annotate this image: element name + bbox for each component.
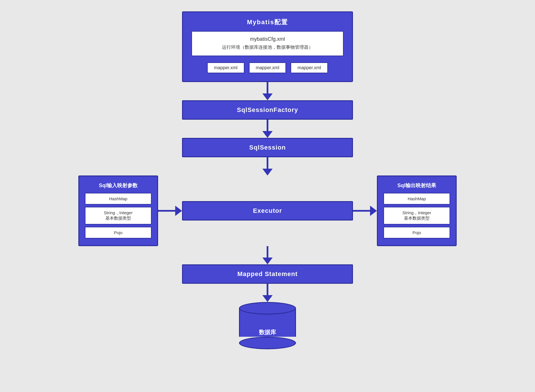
mapped-statement-label: Mapped Statement [237, 270, 298, 277]
output-panel-title: Sql输出映射结果 [397, 182, 436, 189]
arrow-line-5 [267, 284, 268, 295]
output-item-hashmap: HashMap [383, 193, 450, 205]
executor-row: Sql输入映射参数 HashMap String，Integer 基本数据类型 … [54, 175, 481, 246]
output-item2-line1: String，Integer [403, 210, 431, 215]
sql-session-box: SqlSession [182, 138, 353, 157]
mapper-box-3: mapper.xml [291, 62, 328, 73]
mybatis-title: Mybatis配置 [247, 18, 288, 26]
output-panel: Sql输出映射结果 HashMap String，Integer 基本数据类型 … [377, 175, 457, 246]
arrow-line-4 [267, 246, 268, 258]
database-container: 数据库 [239, 302, 296, 349]
arrow-executor-to-mapped [262, 246, 273, 264]
arrow-executor-to-output [353, 206, 377, 216]
sql-session-factory-label: SqlSessionFactory [237, 106, 298, 113]
arrow-mapped-to-db [262, 284, 273, 302]
arrow-factory-to-session [262, 120, 273, 138]
executor-box: Executor [182, 201, 353, 220]
center-col-bottom: Mapped Statement 数据库 [156, 246, 379, 349]
arrow-input-to-executor [158, 206, 182, 216]
input-item-string: String，Integer 基本数据类型 [85, 207, 152, 224]
arrow-head-4 [262, 258, 273, 264]
cfg-desc: 运行环境（数据库连接池，数据事物管理器） [222, 44, 313, 50]
executor-label: Executor [253, 207, 282, 214]
arrow-hhead-right [370, 206, 377, 216]
database-cylinder: 数据库 [239, 302, 296, 349]
mapper-box-1: mapper.xml [207, 62, 244, 73]
input-item2-line2: 基本数据类型 [105, 216, 131, 220]
input-item-pojo: Pojo [85, 227, 152, 238]
mybatis-config-box: Mybatis配置 mybatisCfg.xml 运行环境（数据库连接池，数据事… [182, 11, 353, 82]
canvas: Mybatis配置 mybatisCfg.xml 运行环境（数据库连接池，数据事… [0, 0, 535, 392]
mapper-row: mapper.xml mapper.xml mapper.xml [207, 62, 328, 73]
arrow-line-2 [267, 120, 268, 131]
arrow-head-2 [262, 131, 273, 138]
arrow-head-5 [262, 295, 273, 302]
arrow-head-1 [262, 93, 273, 100]
input-item2-line1: String，Integer [104, 210, 133, 215]
arrow-head-3 [262, 169, 273, 175]
output-item2-line2: 基本数据类型 [404, 216, 430, 220]
arrow-session-to-executor [262, 157, 273, 175]
input-item-hashmap: HashMap [85, 193, 152, 205]
arrow-mybatis-to-factory [262, 82, 273, 100]
output-item-pojo: Pojo [383, 227, 450, 238]
input-panel: Sql输入映射参数 HashMap String，Integer 基本数据类型 … [78, 175, 158, 246]
mapped-statement-box: Mapped Statement [182, 264, 353, 284]
arrow-hhead-left [175, 206, 182, 216]
arrow-hline-left [158, 210, 175, 212]
input-panel-title: Sql输入映射参数 [99, 182, 138, 189]
sql-session-label: SqlSession [249, 144, 286, 151]
mybatis-cfg-inner: mybatisCfg.xml 运行环境（数据库连接池，数据事物管理器） [191, 31, 344, 56]
output-item-string: String，Integer 基本数据类型 [383, 207, 450, 224]
db-top [239, 302, 296, 315]
mapper-box-2: mapper.xml [249, 62, 286, 73]
cfg-filename: mybatisCfg.xml [250, 36, 285, 42]
center-column: Mybatis配置 mybatisCfg.xml 运行环境（数据库连接池，数据事… [156, 11, 379, 175]
db-bottom [239, 337, 296, 349]
arrow-line-1 [267, 82, 268, 93]
arrow-hline-right [353, 210, 370, 212]
sql-session-factory-box: SqlSessionFactory [182, 100, 353, 120]
arrow-line-3 [267, 157, 268, 169]
